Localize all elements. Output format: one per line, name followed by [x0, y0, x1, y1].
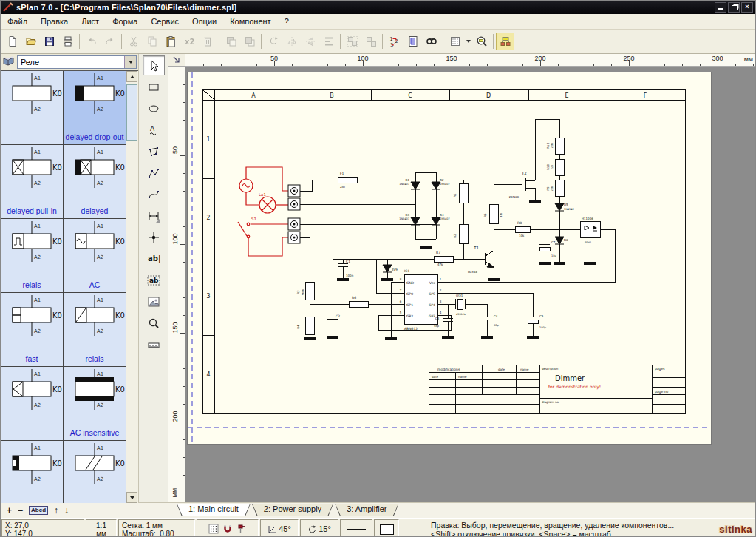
scroll-up-icon[interactable] [126, 71, 137, 82]
tool-text-icon[interactable]: ab| [143, 249, 165, 268]
palette-component-delayed-pull-in[interactable]: A1A2K0delayed pull-in [1, 145, 64, 219]
library-select[interactable]: Реле [17, 55, 137, 69]
minimize-button[interactable] [715, 2, 726, 13]
menu-Компонент[interactable]: Компонент [223, 16, 277, 27]
tool-node-icon[interactable] [143, 227, 165, 247]
numbering-icon[interactable]: 123 [385, 33, 403, 50]
palette-footer-↑[interactable]: ↑ [54, 505, 58, 516]
tool-zoom-icon[interactable] [143, 313, 165, 333]
menu-?[interactable]: ? [278, 16, 296, 27]
undo-icon[interactable] [82, 33, 101, 50]
magnet-snap-icon[interactable] [222, 524, 233, 536]
open-icon[interactable] [21, 33, 40, 50]
mirror-v-icon[interactable] [301, 33, 319, 50]
align-icon[interactable] [319, 33, 338, 50]
grid-toggle-icon[interactable] [208, 524, 219, 536]
svg-text:A2: A2 [34, 476, 41, 482]
cursor-x: X: 27,0 [5, 521, 81, 530]
palette-component-delayed[interactable]: A1A2K0delayed [64, 145, 126, 219]
schematic-label: S1 [251, 217, 256, 221]
to-back-icon[interactable] [240, 33, 259, 50]
tool-polyline-icon[interactable] [143, 163, 165, 183]
to-front-icon[interactable] [222, 33, 240, 50]
ruler-tick [416, 64, 417, 66]
palette-footer-Abcd[interactable]: Abcd [29, 506, 48, 515]
menu-Лист[interactable]: Лист [75, 16, 106, 27]
tool-dimension-icon[interactable] [143, 206, 165, 226]
palette-component[interactable]: A1A2K0 [64, 441, 126, 503]
scrollbar-thumb[interactable] [126, 84, 137, 141]
schematic-sheet[interactable]: A B C D E F 1 2 3 4 La1 S1 [187, 72, 712, 445]
cut-icon[interactable] [124, 33, 143, 50]
scroll-down-icon[interactable] [126, 492, 137, 503]
palette-footer-+[interactable]: + [7, 505, 12, 516]
paste-icon[interactable] [161, 33, 180, 50]
menu-Правка[interactable]: Правка [34, 16, 75, 27]
palette-component-AC-insensitive[interactable]: A1A2K0AC insensitive [64, 367, 126, 441]
sheet-tab-3-amplifier[interactable]: 3: Amplifier [335, 504, 398, 516]
grid-icon[interactable] [446, 33, 464, 50]
schematic-label: 5 [400, 311, 402, 314]
schematic-label: 47k [437, 263, 443, 266]
menu-Файл[interactable]: Файл [1, 16, 34, 27]
search-icon[interactable] [422, 33, 440, 50]
palette-component[interactable]: A1A2K0 [1, 71, 64, 145]
print-icon[interactable] [58, 33, 77, 50]
sheet-tab-1-main-circuit[interactable]: 1: Main circuit [177, 504, 251, 516]
palette-footer-↓[interactable]: ↓ [64, 505, 69, 516]
palette-component[interactable]: A1A2K0 [1, 367, 64, 441]
library-dropdown-arrow[interactable] [124, 56, 136, 68]
rotate-icon[interactable] [264, 33, 282, 50]
palette-component-fast[interactable]: A1A2K0fast [1, 293, 64, 367]
pin-snap-icon[interactable] [236, 524, 247, 536]
cursor-x-marker [234, 54, 234, 66]
tool-bezier-icon[interactable] [143, 184, 165, 204]
copy-icon[interactable] [143, 33, 161, 50]
palette-component-relais[interactable]: A1A2K0relais [1, 219, 64, 293]
tool-measure-icon[interactable] [143, 334, 165, 354]
duplicate-icon[interactable]: x2 [180, 33, 198, 50]
delete-icon[interactable] [198, 33, 217, 50]
tool-rectangle-icon[interactable] [143, 77, 165, 97]
palette-footer-−[interactable]: − [18, 505, 23, 516]
angle-step-panel[interactable]: 45° [260, 519, 299, 537]
restore-button[interactable] [728, 2, 740, 13]
tool-select-icon[interactable] [143, 55, 165, 75]
rotate-step-panel[interactable]: 15° [300, 519, 338, 537]
menu-Сервис[interactable]: Сервис [144, 16, 185, 27]
redo-icon[interactable] [101, 33, 119, 50]
grid-dropdown-icon[interactable] [464, 33, 472, 50]
schematic-label: D1 [405, 178, 409, 182]
form-view-icon[interactable] [496, 33, 514, 50]
sheet-tab-2-power-supply[interactable]: 2: Power supply [252, 504, 333, 516]
bom-icon[interactable] [403, 33, 422, 50]
palette-component-relais[interactable]: A1A2K0relais [64, 293, 126, 367]
mirror-h-icon[interactable] [282, 33, 301, 50]
library-book-icon[interactable] [2, 55, 15, 70]
menu-Опции[interactable]: Опции [185, 16, 223, 27]
drawing-viewport[interactable]: A B C D E F 1 2 3 4 La1 S1 [185, 67, 755, 502]
tool-ellipse-icon[interactable] [143, 98, 165, 118]
tool-textbox-icon[interactable]: ab [143, 270, 165, 290]
save-icon[interactable] [40, 33, 58, 50]
ungroup-icon[interactable] [361, 33, 380, 50]
schematic-label: GP5 [429, 292, 435, 296]
svg-text:A1: A1 [97, 297, 103, 303]
fill-style-panel[interactable] [374, 519, 399, 537]
tool-image-icon[interactable] [143, 291, 165, 311]
ruler-tick [310, 64, 310, 66]
ruler-corner-icon[interactable] [168, 54, 185, 67]
menu-Форма[interactable]: Форма [106, 16, 144, 27]
new-icon[interactable] [3, 33, 21, 50]
palette-component[interactable]: A1A2K0 [1, 441, 64, 503]
tool-polygon-icon[interactable] [143, 141, 165, 161]
zoom-window-icon[interactable] [472, 33, 491, 50]
close-button[interactable]: × [741, 2, 753, 13]
palette-component-delayed-drop-out[interactable]: A1A2K0delayed drop-out [64, 71, 126, 145]
tool-special-text-icon[interactable]: A [143, 120, 165, 140]
palette-component-AC[interactable]: A1A2K0AC [64, 219, 126, 293]
group-icon[interactable] [343, 33, 361, 50]
line-style-panel[interactable] [340, 519, 372, 537]
palette-scrollbar[interactable] [126, 71, 138, 503]
title-bar[interactable]: sPlan 7.0 - [C:\Program Files\Splan70\Fi… [1, 1, 755, 14]
